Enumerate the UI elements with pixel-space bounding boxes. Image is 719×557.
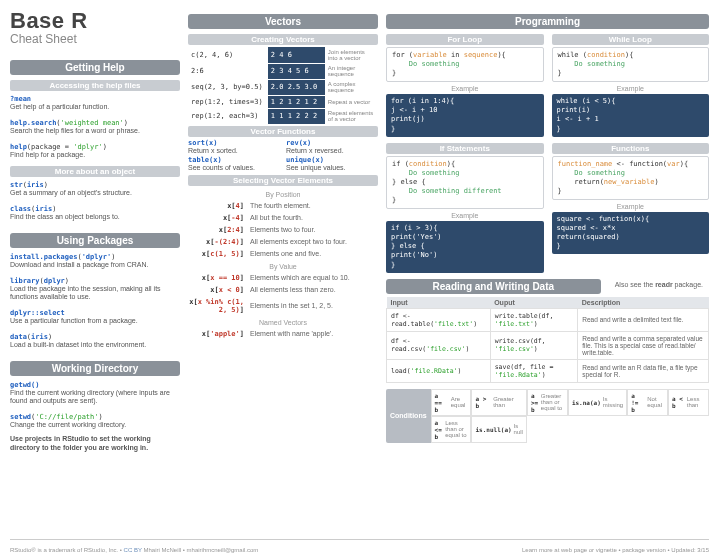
conditions-strip: Conditions a == bAre equal a > bGreater …	[386, 389, 709, 443]
column-middle: Vectors Creating Vectors c(2, 4, 6)2 4 6…	[188, 8, 378, 536]
vector-functions: sort(x)Return x sorted. table(x)See coun…	[188, 139, 378, 173]
section-reading-writing: Reading and Writing Data	[386, 279, 601, 294]
subsection-creating-vectors: Creating Vectors	[188, 34, 378, 45]
help-item: class(iris) Find the class an object bel…	[10, 205, 180, 222]
desc: Search the help files for a word or phra…	[10, 127, 180, 136]
subsection-vector-functions: Vector Functions	[188, 126, 378, 137]
desc: Find help for a package.	[10, 151, 180, 160]
subsection-access-help: Accessing the help files	[10, 80, 180, 91]
function-syntax: function_name <- function(var){ Do somet…	[552, 156, 710, 200]
wd-note: Use projects in RStudio to set the worki…	[10, 435, 180, 453]
help-item: str(iris) Get a summary of an object's s…	[10, 181, 180, 198]
if-syntax: if (condition){ Do something } else { Do…	[386, 156, 544, 209]
cc-by-link[interactable]: CC BY	[124, 547, 142, 553]
section-vectors: Vectors	[188, 14, 378, 29]
readr-note: Also see the readr package.	[609, 281, 709, 288]
section-working-directory: Working Directory	[10, 361, 180, 376]
for-example: for (i in 1:4){ j <- i + 10 print(j) }	[386, 94, 544, 136]
subsection-selecting-elements: Selecting Vector Elements	[188, 175, 378, 186]
if-example: if (i > 3){ print('Yes') } else { print(…	[386, 221, 544, 272]
desc: Get help of a particular function.	[10, 103, 180, 112]
for-syntax: for (variable in sequence){ Do something…	[386, 47, 544, 82]
section-using-packages: Using Packages	[10, 233, 180, 248]
help-item: ?mean Get help of a particular function.	[10, 95, 180, 112]
help-item: help(package = 'dplyr') Find help for a …	[10, 143, 180, 160]
section-programming: Programming	[386, 14, 709, 29]
while-example: while (i < 5){ print(i) i <- i + 1 }	[552, 94, 710, 136]
function-example: square <- function(x){ squared <- x*x re…	[552, 212, 710, 254]
page-footer: RStudio® is a trademark of RStudio, Inc.…	[10, 547, 709, 553]
column-left: Base R Cheat Sheet Getting Help Accessin…	[10, 8, 180, 536]
cheatsheet-page: Base R Cheat Sheet Getting Help Accessin…	[10, 8, 709, 536]
section-getting-help: Getting Help	[10, 60, 180, 75]
page-title: Base R	[10, 8, 180, 34]
desc: Find the class an object belongs to.	[10, 213, 180, 222]
column-right: Programming For Loop for (variable in se…	[386, 8, 709, 536]
help-item: help.search('weighted mean') Search the …	[10, 119, 180, 136]
page-subtitle: Cheat Sheet	[10, 32, 180, 46]
footer-right: Learn more at web page or vignette • pac…	[522, 547, 709, 553]
rw-table: InputOuputDescription df <- read.table('…	[386, 297, 709, 383]
creating-vectors-table: c(2, 4, 6)2 4 6Join elements into a vect…	[188, 47, 378, 124]
desc: Get a summary of an object's structure.	[10, 189, 180, 198]
while-syntax: while (condition){ Do something}	[552, 47, 710, 82]
code-mean-help: ?mean	[10, 95, 180, 103]
subsection-more-object: More about an object	[10, 166, 180, 177]
